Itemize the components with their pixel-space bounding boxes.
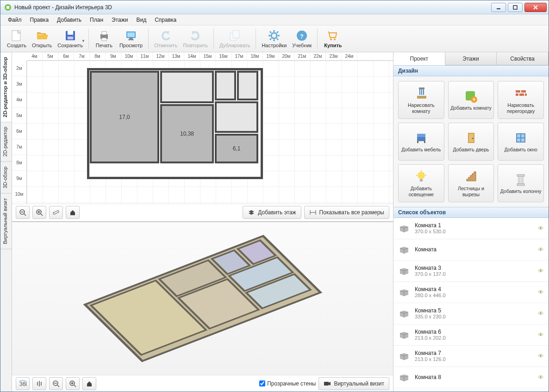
object-row-7[interactable]: Комната 8👁 xyxy=(393,367,549,388)
room-small-3[interactable] xyxy=(237,71,258,100)
objects-list[interactable]: Комната 1370.0 x 530.0👁Комната👁Комната 3… xyxy=(393,218,549,392)
tool-undo: Отменить xyxy=(151,26,180,51)
reset-3d-button[interactable] xyxy=(82,377,96,390)
tool-open[interactable]: Открыть xyxy=(29,26,55,51)
rtab-Этажи[interactable]: Этажи xyxy=(445,52,497,65)
svg-rect-78 xyxy=(518,176,523,184)
orbit-button[interactable]: 360 xyxy=(16,377,30,390)
svg-rect-58 xyxy=(516,90,520,93)
plan-canvas[interactable]: 17,0 10,38 6,1 xyxy=(27,61,393,204)
vtab-1[interactable]: 2D-редактор xyxy=(0,122,12,162)
menu-Вид[interactable]: Вид xyxy=(132,15,150,25)
design-add-window[interactable]: Добавить окно xyxy=(498,123,544,161)
design-add-room[interactable]: +Добавить комнату xyxy=(448,81,494,119)
tool-preview[interactable]: Просмотр xyxy=(117,26,145,51)
object-row-6[interactable]: Комната 7213.0 x 126.0👁 xyxy=(393,346,549,367)
vtab-2[interactable]: 3D-обзор xyxy=(0,162,12,193)
zoom-in-button[interactable] xyxy=(32,206,46,219)
visibility-icon[interactable]: 👁 xyxy=(538,353,544,360)
maximize-button[interactable] xyxy=(508,3,523,12)
view-3d[interactable] xyxy=(12,222,393,375)
home-button[interactable] xyxy=(66,206,80,219)
tool-create[interactable]: Создать xyxy=(4,26,29,51)
show-dimensions-button[interactable]: Показывать все размеры xyxy=(304,206,389,219)
undo-icon xyxy=(159,29,172,42)
design-stairs[interactable]: Лестницы и вырезы xyxy=(448,164,494,202)
tool-tutorial[interactable]: ?Учебник xyxy=(289,26,314,51)
main-area: 2D-редактор и 3D-обзор2D-редактор3D-обзо… xyxy=(0,52,549,392)
visibility-icon[interactable]: 👁 xyxy=(538,331,544,338)
rtab-Проект[interactable]: Проект xyxy=(393,52,445,65)
svg-rect-12 xyxy=(102,38,106,41)
visibility-icon[interactable]: 👁 xyxy=(538,268,544,274)
svg-rect-65 xyxy=(417,141,418,143)
tool-buy[interactable]: Купить xyxy=(320,26,345,51)
open-icon xyxy=(36,29,49,42)
design-add-door[interactable]: Добавить дверь xyxy=(448,123,494,161)
zoom-in-3d-button[interactable] xyxy=(66,377,80,390)
object-row-1[interactable]: Комната👁 xyxy=(393,239,549,261)
design-draw-wall[interactable]: Нарисовать перегородку xyxy=(498,81,544,119)
object-row-5[interactable]: Комната 6213.0 x 202.0👁 xyxy=(393,324,549,346)
add-floor-button[interactable]: Добавить этаж xyxy=(243,206,301,219)
add-door-icon xyxy=(463,131,478,145)
room-small-1[interactable] xyxy=(160,71,214,103)
room-3[interactable]: 6,1 xyxy=(215,134,258,163)
layers-icon xyxy=(248,209,255,216)
vtab-0[interactable]: 2D-редактор и 3D-обзор xyxy=(0,52,12,122)
svg-line-26 xyxy=(270,38,271,40)
design-add-light[interactable]: Добавить освещение xyxy=(398,164,444,202)
menu-Файл[interactable]: Файл xyxy=(4,15,25,25)
pane-3d: 360 Прозрачные стены Виртуальный визит xyxy=(12,222,393,392)
center-panes: 4м5м6м7м8м9м10м11м12м13м14м15м16м17м18м1… xyxy=(12,52,393,392)
visibility-icon[interactable]: 👁 xyxy=(538,289,544,296)
menu-Этажи[interactable]: Этажи xyxy=(108,15,131,25)
tutorial-icon: ? xyxy=(295,29,308,42)
menu-Правка[interactable]: Правка xyxy=(26,15,53,25)
close-button[interactable] xyxy=(524,3,547,12)
app-icon xyxy=(4,4,12,11)
transparent-walls-checkbox[interactable]: Прозрачные стены xyxy=(259,380,316,387)
room-small-2[interactable] xyxy=(215,71,236,100)
object-row-4[interactable]: Комната 5335.0 x 230.0👁 xyxy=(393,303,549,324)
window-controls xyxy=(489,3,547,12)
svg-point-31 xyxy=(334,38,336,40)
svg-point-19 xyxy=(271,33,277,38)
visibility-icon[interactable]: 👁 xyxy=(538,246,544,253)
menu-План[interactable]: План xyxy=(86,15,107,25)
tool-settings[interactable]: Настройки xyxy=(259,26,289,51)
design-add-furn[interactable]: Добавить мебель xyxy=(398,123,444,161)
cube-icon xyxy=(398,330,410,340)
svg-rect-8 xyxy=(68,31,73,35)
tool-save[interactable]: Сохранить▼ xyxy=(55,26,86,51)
zoom-out-3d-button[interactable] xyxy=(49,377,63,390)
svg-line-46 xyxy=(57,385,59,387)
rtab-Свойства[interactable]: Свойства xyxy=(497,52,549,65)
room-1[interactable]: 17,0 xyxy=(90,71,159,163)
svg-rect-64 xyxy=(417,134,425,137)
object-row-3[interactable]: Комната 4280.0 x 446.0👁 xyxy=(393,282,549,303)
print-icon xyxy=(98,29,111,42)
vtab-3[interactable]: Виртуальный визит xyxy=(0,193,12,249)
room-2[interactable]: 10,38 xyxy=(160,104,214,163)
design-add-column[interactable]: Добавить колонну xyxy=(498,164,544,202)
menu-Справка[interactable]: Справка xyxy=(151,15,180,25)
measure-button[interactable] xyxy=(49,206,63,219)
object-row-2[interactable]: Комната 3370.0 x 137.0👁 xyxy=(393,261,549,282)
svg-line-27 xyxy=(277,31,278,33)
room-small-4[interactable] xyxy=(215,101,258,133)
visibility-icon[interactable]: 👁 xyxy=(538,374,544,381)
zoom-out-button[interactable] xyxy=(16,206,30,219)
tool-print[interactable]: Печать xyxy=(92,26,117,51)
svg-rect-80 xyxy=(517,184,524,186)
svg-text:?: ? xyxy=(300,33,304,40)
design-draw-room[interactable]: Нарисовать комнату xyxy=(398,81,444,119)
visibility-icon[interactable]: 👁 xyxy=(538,310,544,317)
minimize-button[interactable] xyxy=(491,3,506,12)
object-row-0[interactable]: Комната 1370.0 x 530.0👁 xyxy=(393,218,549,239)
virtual-visit-button[interactable]: Виртуальный визит xyxy=(318,377,389,390)
menu-Добавить[interactable]: Добавить xyxy=(53,15,85,25)
cube-icon xyxy=(398,309,410,318)
pan-button[interactable] xyxy=(32,377,46,390)
visibility-icon[interactable]: 👁 xyxy=(538,225,544,232)
